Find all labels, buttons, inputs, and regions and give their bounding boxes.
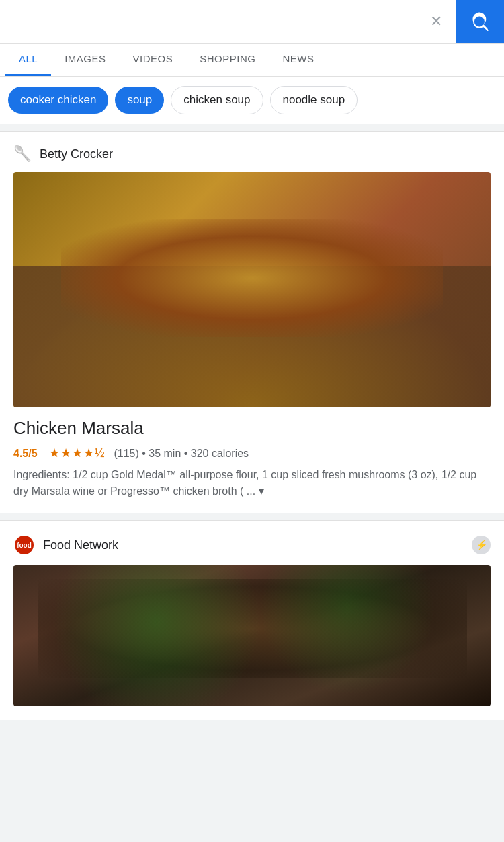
result-card-food-network: food Food Network ⚡ [0, 520, 504, 720]
recipe-image-food-network [13, 565, 491, 706]
food-network-logo: food [13, 534, 35, 556]
separator-1: • [142, 448, 149, 459]
stars-icon: ★★★★½ [49, 446, 106, 460]
tab-all[interactable]: ALL [5, 44, 51, 76]
source-name-betty-crocker: Betty Crocker [40, 147, 113, 161]
recipe-title-betty-crocker: Chicken Marsala [13, 418, 491, 439]
tab-news[interactable]: NEWS [269, 44, 327, 76]
review-count: (115) [114, 448, 138, 459]
result-card-betty-crocker: 🥄 Betty Crocker Chicken Marsala 4.5/5 ★★… [0, 131, 504, 513]
food-network-logo-text: food [17, 542, 32, 549]
rating-value: 4.5/5 [13, 448, 38, 459]
search-input[interactable]: chicken marsala [11, 13, 430, 30]
chip-chicken-soup[interactable]: chicken soup [171, 86, 263, 114]
chip-noodle-soup[interactable]: noodle soup [270, 86, 358, 114]
lightning-icon: ⚡ [472, 536, 491, 554]
tab-images[interactable]: IMAGES [51, 44, 119, 76]
spoon-icon: 🥄 [13, 145, 32, 163]
tab-videos[interactable]: VIDEOS [120, 44, 187, 76]
search-icon [470, 12, 489, 31]
expand-icon[interactable]: ▾ [259, 485, 264, 497]
chip-soup[interactable]: soup [115, 87, 164, 114]
separator-2: • [184, 448, 191, 459]
source-name-food-network: Food Network [43, 538, 118, 552]
search-button[interactable] [456, 0, 504, 43]
clear-icon[interactable]: ✕ [430, 13, 442, 30]
calories: 320 calories [191, 448, 249, 459]
recipe-meta-betty-crocker: 4.5/5 ★★★★½ (115) • 35 min • 320 calorie… [13, 446, 491, 460]
source-row-betty-crocker: 🥄 Betty Crocker [13, 145, 491, 163]
source-row-food-network: food Food Network ⚡ [13, 534, 491, 556]
filter-chips: cooker chicken soup chicken soup noodle … [0, 77, 504, 124]
recipe-image-betty-crocker [13, 172, 491, 407]
chip-cooker-chicken[interactable]: cooker chicken [8, 87, 108, 114]
search-bar: chicken marsala ✕ [0, 0, 504, 44]
recipe-ingredients: Ingredients: 1/2 cup Gold Medal™ all-pur… [13, 467, 491, 499]
betty-crocker-logo: 🥄 [13, 145, 32, 163]
cook-time: 35 min [149, 448, 181, 459]
tab-shopping[interactable]: SHOPPING [186, 44, 269, 76]
ingredients-text: Ingredients: 1/2 cup Gold Medal™ all-pur… [13, 469, 476, 497]
search-input-wrapper: chicken marsala ✕ [0, 0, 456, 43]
nav-tabs: ALL IMAGES VIDEOS SHOPPING NEWS [0, 44, 504, 77]
